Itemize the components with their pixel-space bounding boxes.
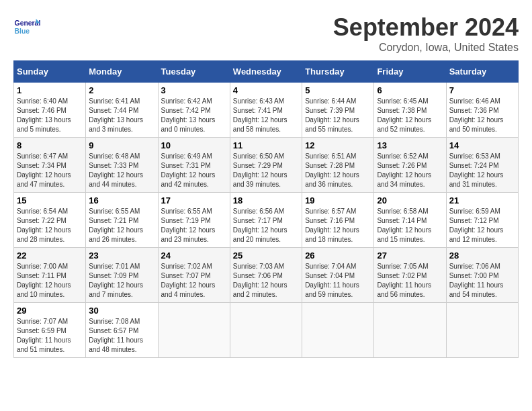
day-info: Sunrise: 6:43 AMSunset: 7:41 PMDaylight:… — [233, 97, 299, 134]
day-info: Sunrise: 6:55 AMSunset: 7:19 PMDaylight:… — [161, 207, 227, 244]
day-number: 27 — [377, 250, 443, 261]
day-info: Sunrise: 6:53 AMSunset: 7:24 PMDaylight:… — [449, 152, 515, 189]
col-sunday: Sunday — [14, 61, 86, 83]
calendar-cell — [302, 303, 374, 358]
day-info: Sunrise: 6:58 AMSunset: 7:14 PMDaylight:… — [377, 207, 443, 244]
day-number: 9 — [89, 140, 154, 150]
day-number: 11 — [233, 140, 299, 150]
calendar-cell: 15Sunrise: 6:54 AMSunset: 7:22 PMDayligh… — [14, 193, 86, 248]
calendar-week-row: 29Sunrise: 7:07 AMSunset: 6:59 PMDayligh… — [14, 303, 519, 358]
day-info: Sunrise: 6:46 AMSunset: 7:36 PMDaylight:… — [449, 97, 515, 134]
day-info: Sunrise: 6:51 AMSunset: 7:28 PMDaylight:… — [305, 152, 371, 189]
day-number: 7 — [449, 85, 515, 95]
day-info: Sunrise: 6:54 AMSunset: 7:22 PMDaylight:… — [17, 207, 83, 244]
day-number: 14 — [449, 140, 515, 150]
day-info: Sunrise: 6:59 AMSunset: 7:12 PMDaylight:… — [449, 207, 515, 244]
day-number: 30 — [89, 306, 154, 316]
day-info: Sunrise: 6:41 AMSunset: 7:44 PMDaylight:… — [89, 97, 154, 134]
day-info: Sunrise: 7:04 AMSunset: 7:04 PMDaylight:… — [305, 262, 371, 300]
col-tuesday: Tuesday — [158, 61, 230, 83]
day-info: Sunrise: 6:40 AMSunset: 7:46 PMDaylight:… — [17, 97, 83, 134]
calendar-cell: 5Sunrise: 6:44 AMSunset: 7:39 PMDaylight… — [302, 83, 374, 138]
col-friday: Friday — [374, 61, 446, 83]
day-info: Sunrise: 6:56 AMSunset: 7:17 PMDaylight:… — [233, 207, 299, 244]
calendar-cell: 4Sunrise: 6:43 AMSunset: 7:41 PMDaylight… — [230, 83, 302, 138]
calendar-cell: 12Sunrise: 6:51 AMSunset: 7:28 PMDayligh… — [302, 138, 374, 193]
day-info: Sunrise: 7:01 AMSunset: 7:09 PMDaylight:… — [89, 262, 154, 300]
calendar-week-row: 1Sunrise: 6:40 AMSunset: 7:46 PMDaylight… — [14, 83, 519, 138]
day-number: 16 — [89, 195, 154, 205]
day-info: Sunrise: 6:49 AMSunset: 7:31 PMDaylight:… — [161, 152, 227, 189]
calendar-week-row: 15Sunrise: 6:54 AMSunset: 7:22 PMDayligh… — [14, 193, 519, 248]
calendar-cell — [158, 303, 230, 358]
calendar-week-row: 22Sunrise: 7:00 AMSunset: 7:11 PMDayligh… — [14, 248, 519, 303]
day-number: 4 — [233, 85, 299, 95]
calendar-cell: 8Sunrise: 6:47 AMSunset: 7:34 PMDaylight… — [14, 138, 86, 193]
calendar-cell — [446, 303, 518, 358]
day-number: 24 — [161, 250, 227, 261]
calendar-cell: 25Sunrise: 7:03 AMSunset: 7:06 PMDayligh… — [230, 248, 302, 303]
calendar-cell: 29Sunrise: 7:07 AMSunset: 6:59 PMDayligh… — [14, 303, 86, 358]
calendar-cell: 2Sunrise: 6:41 AMSunset: 7:44 PMDaylight… — [86, 83, 158, 138]
calendar-cell: 7Sunrise: 6:46 AMSunset: 7:36 PMDaylight… — [446, 83, 518, 138]
logo-icon: General Blue — [13, 13, 40, 40]
day-number: 20 — [377, 195, 443, 205]
day-number: 28 — [449, 250, 515, 261]
calendar-cell: 19Sunrise: 6:57 AMSunset: 7:16 PMDayligh… — [302, 193, 374, 248]
day-number: 12 — [305, 140, 371, 150]
col-saturday: Saturday — [446, 61, 518, 83]
day-number: 17 — [161, 195, 227, 205]
day-info: Sunrise: 7:03 AMSunset: 7:06 PMDaylight:… — [233, 262, 299, 300]
calendar-cell: 13Sunrise: 6:52 AMSunset: 7:26 PMDayligh… — [374, 138, 446, 193]
day-number: 26 — [305, 250, 371, 261]
calendar-header-row: Sunday Monday Tuesday Wednesday Thursday… — [14, 61, 519, 83]
calendar-cell: 11Sunrise: 6:50 AMSunset: 7:29 PMDayligh… — [230, 138, 302, 193]
location: Corydon, Iowa, United States — [333, 42, 519, 54]
day-number: 15 — [17, 195, 83, 205]
day-info: Sunrise: 7:05 AMSunset: 7:02 PMDaylight:… — [377, 262, 443, 300]
day-info: Sunrise: 6:44 AMSunset: 7:39 PMDaylight:… — [305, 97, 371, 134]
day-info: Sunrise: 6:57 AMSunset: 7:16 PMDaylight:… — [305, 207, 371, 244]
page-header: General Blue September 2024 Corydon, Iow… — [13, 13, 519, 54]
calendar-cell: 10Sunrise: 6:49 AMSunset: 7:31 PMDayligh… — [158, 138, 230, 193]
calendar-cell: 24Sunrise: 7:02 AMSunset: 7:07 PMDayligh… — [158, 248, 230, 303]
day-info: Sunrise: 7:00 AMSunset: 7:11 PMDaylight:… — [17, 262, 83, 300]
calendar-cell: 6Sunrise: 6:45 AMSunset: 7:38 PMDaylight… — [374, 83, 446, 138]
calendar-week-row: 8Sunrise: 6:47 AMSunset: 7:34 PMDaylight… — [14, 138, 519, 193]
day-number: 25 — [233, 250, 299, 261]
day-number: 23 — [89, 250, 154, 261]
calendar-cell: 30Sunrise: 7:08 AMSunset: 6:57 PMDayligh… — [86, 303, 158, 358]
col-monday: Monday — [86, 61, 158, 83]
calendar-cell: 23Sunrise: 7:01 AMSunset: 7:09 PMDayligh… — [86, 248, 158, 303]
day-info: Sunrise: 7:06 AMSunset: 7:00 PMDaylight:… — [449, 262, 515, 300]
col-wednesday: Wednesday — [230, 61, 302, 83]
calendar-cell: 3Sunrise: 6:42 AMSunset: 7:42 PMDaylight… — [158, 83, 230, 138]
day-number: 19 — [305, 195, 371, 205]
day-info: Sunrise: 6:45 AMSunset: 7:38 PMDaylight:… — [377, 97, 443, 134]
day-number: 1 — [17, 85, 83, 95]
day-info: Sunrise: 6:48 AMSunset: 7:33 PMDaylight:… — [89, 152, 154, 189]
calendar-cell: 28Sunrise: 7:06 AMSunset: 7:00 PMDayligh… — [446, 248, 518, 303]
month-title: September 2024 — [333, 13, 519, 42]
calendar-cell: 18Sunrise: 6:56 AMSunset: 7:17 PMDayligh… — [230, 193, 302, 248]
day-number: 3 — [161, 85, 227, 95]
calendar-cell: 9Sunrise: 6:48 AMSunset: 7:33 PMDaylight… — [86, 138, 158, 193]
calendar-cell: 22Sunrise: 7:00 AMSunset: 7:11 PMDayligh… — [14, 248, 86, 303]
calendar-cell: 1Sunrise: 6:40 AMSunset: 7:46 PMDaylight… — [14, 83, 86, 138]
day-info: Sunrise: 7:08 AMSunset: 6:57 PMDaylight:… — [89, 317, 154, 355]
day-number: 6 — [377, 85, 443, 95]
day-number: 18 — [233, 195, 299, 205]
calendar-cell — [230, 303, 302, 358]
day-info: Sunrise: 7:07 AMSunset: 6:59 PMDaylight:… — [17, 317, 83, 355]
day-number: 29 — [17, 306, 83, 316]
calendar-cell: 26Sunrise: 7:04 AMSunset: 7:04 PMDayligh… — [302, 248, 374, 303]
day-number: 22 — [17, 250, 83, 261]
day-info: Sunrise: 6:42 AMSunset: 7:42 PMDaylight:… — [161, 97, 227, 134]
calendar-cell: 20Sunrise: 6:58 AMSunset: 7:14 PMDayligh… — [374, 193, 446, 248]
day-number: 8 — [17, 140, 83, 150]
calendar-cell: 16Sunrise: 6:55 AMSunset: 7:21 PMDayligh… — [86, 193, 158, 248]
day-number: 2 — [89, 85, 154, 95]
day-info: Sunrise: 6:47 AMSunset: 7:34 PMDaylight:… — [17, 152, 83, 189]
calendar-cell — [374, 303, 446, 358]
day-number: 21 — [449, 195, 515, 205]
